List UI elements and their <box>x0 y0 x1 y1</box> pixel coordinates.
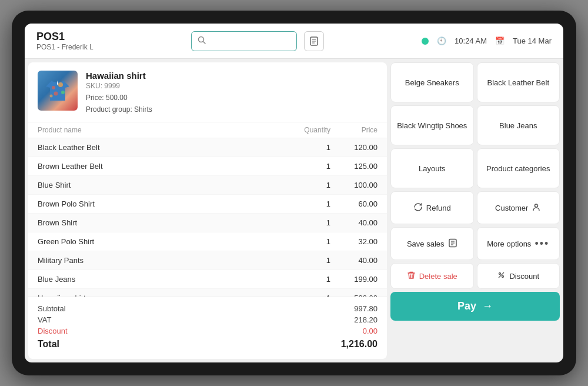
search-box[interactable] <box>191 31 297 51</box>
row-product-name: Blue Jeans <box>38 275 283 284</box>
row-qty: 1 <box>283 181 330 189</box>
discount-icon <box>497 271 506 281</box>
table-row[interactable]: Blue Jeans 1 199.00 <box>28 270 387 289</box>
product-name: Hawaiian shirt <box>86 71 152 81</box>
row-price: 199.00 <box>330 275 377 284</box>
more-options-icon: ••• <box>534 238 549 250</box>
product-price: Price: 500.00 <box>86 94 152 102</box>
order-header: Product name Quantity Price <box>28 122 387 138</box>
header-left: POS1 POS1 - Frederik L <box>36 31 93 51</box>
pay-button[interactable]: Pay → <box>390 292 560 321</box>
table-row[interactable]: Hawaiian shirt 1 500.00 <box>28 289 387 297</box>
table-row[interactable]: Blue Shirt 1 100.00 <box>28 176 387 195</box>
pos-subtitle: POS1 - Frederik L <box>36 43 93 51</box>
refund-icon <box>413 202 423 214</box>
more-options-label: More options <box>487 239 531 248</box>
pos-title: POS1 <box>36 31 93 43</box>
row-price: 60.00 <box>330 199 377 208</box>
col-qty-header: Quantity <box>283 126 330 134</box>
table-row[interactable]: Brown Shirt 1 40.00 <box>28 214 387 232</box>
save-sales-label: Save sales <box>407 239 445 248</box>
product-sku: SKU: 9999 <box>86 82 152 90</box>
save-sales-button[interactable]: Save sales <box>390 227 474 260</box>
row-price: 100.00 <box>330 181 377 189</box>
row-product-name: Military Pants <box>38 256 283 265</box>
device-frame: POS1 POS1 - Frederik L <box>12 11 576 375</box>
total-row: Total 1,216.00 <box>38 339 377 350</box>
customer-label: Customer <box>495 204 528 212</box>
discount-button-label: Discount <box>509 272 539 281</box>
row-price: 125.00 <box>330 162 377 171</box>
table-row[interactable]: Brown Leather Belt 1 125.00 <box>28 157 387 176</box>
svg-point-7 <box>58 82 63 87</box>
row-product-name: Brown Leather Belt <box>38 162 283 171</box>
total-value: 1,216.00 <box>341 339 377 350</box>
refund-label: Refund <box>426 204 451 212</box>
product-grid-row3: Layouts Product categories <box>390 148 560 188</box>
svg-point-6 <box>52 86 55 89</box>
black-wingtip-shoes-button[interactable]: Black Wingtip Shoes <box>390 105 474 145</box>
trash-icon <box>407 271 416 281</box>
product-image <box>38 71 78 111</box>
more-options-button[interactable]: More options ••• <box>477 227 560 260</box>
row-product-name: Blue Shirt <box>38 181 283 189</box>
beige-sneakers-button[interactable]: Beige Sneakers <box>390 62 474 102</box>
row-price: 32.00 <box>330 237 377 246</box>
order-rows: Black Leather Belt 1 120.00 Brown Leathe… <box>28 138 387 297</box>
blue-jeans-button[interactable]: Blue Jeans <box>477 105 560 145</box>
row-qty: 1 <box>283 162 330 171</box>
vat-label: VAT <box>38 315 51 324</box>
action-row1: Refund Customer <box>390 191 560 224</box>
header-right: 🕙 10:24 AM 📅 Tue 14 Mar <box>422 36 552 45</box>
subtotal-row: Subtotal 997.80 <box>38 304 377 313</box>
customer-button[interactable]: Customer <box>477 191 560 224</box>
row-product-name: Black Leather Belt <box>38 143 283 152</box>
row-qty: 1 <box>283 237 330 246</box>
current-date: Tue 14 Mar <box>513 36 552 45</box>
row-qty: 1 <box>283 143 330 152</box>
product-grid-row1: Beige Sneakers Black Leather Belt <box>390 62 560 102</box>
row-price: 40.00 <box>330 218 377 227</box>
black-leather-belt-button[interactable]: Black Leather Belt <box>477 62 560 102</box>
row-product-name: Brown Shirt <box>38 218 283 227</box>
subtotal-label: Subtotal <box>38 304 66 313</box>
main-content: Hawaiian shirt SKU: 9999 Price: 500.00 P… <box>25 59 563 362</box>
svg-point-16 <box>499 273 501 275</box>
table-row[interactable]: Brown Polo Shirt 1 60.00 <box>28 195 387 214</box>
row-product-name: Green Polo Shirt <box>38 237 283 246</box>
left-panel: Hawaiian shirt SKU: 9999 Price: 500.00 P… <box>28 62 387 359</box>
layouts-button[interactable]: Layouts <box>390 148 474 188</box>
row-product-name: Brown Polo Shirt <box>38 199 283 208</box>
product-info: Hawaiian shirt SKU: 9999 Price: 500.00 P… <box>86 71 152 114</box>
table-row[interactable]: Green Polo Shirt 1 32.00 <box>28 232 387 251</box>
row-qty: 1 <box>283 275 330 284</box>
svg-point-9 <box>61 91 65 94</box>
screen: POS1 POS1 - Frederik L <box>25 24 563 362</box>
delete-sale-button[interactable]: Delete sale <box>390 263 474 289</box>
col-product-header: Product name <box>38 126 283 134</box>
discount-button[interactable]: Discount <box>477 263 560 289</box>
action-row2: Save sales More options ••• <box>390 227 560 260</box>
vat-value: 218.20 <box>354 315 377 324</box>
row-price: 120.00 <box>330 143 377 152</box>
delete-sale-label: Delete sale <box>419 272 457 281</box>
header-center <box>93 31 422 51</box>
refund-button[interactable]: Refund <box>390 191 474 224</box>
pay-label: Pay <box>457 300 476 312</box>
header: POS1 POS1 - Frederik L <box>25 24 563 59</box>
product-categories-button[interactable]: Product categories <box>477 148 560 188</box>
vat-row: VAT 218.20 <box>38 315 377 324</box>
product-group: Product group: Shirts <box>86 105 152 114</box>
product-preview: Hawaiian shirt SKU: 9999 Price: 500.00 P… <box>28 62 387 122</box>
table-row[interactable]: Military Pants 1 40.00 <box>28 251 387 270</box>
table-row[interactable]: Black Leather Belt 1 120.00 <box>28 138 387 157</box>
row-qty: 1 <box>283 199 330 208</box>
total-label: Total <box>38 339 59 350</box>
row-qty: 1 <box>283 218 330 227</box>
col-price-header: Price <box>330 126 377 134</box>
calendar-icon: 📅 <box>495 36 505 45</box>
product-grid-row2: Black Wingtip Shoes Blue Jeans <box>390 105 560 145</box>
totals-section: Subtotal 997.80 VAT 218.20 Discount 0.00… <box>28 297 387 359</box>
notepad-button[interactable] <box>304 31 324 51</box>
svg-point-8 <box>54 92 58 96</box>
